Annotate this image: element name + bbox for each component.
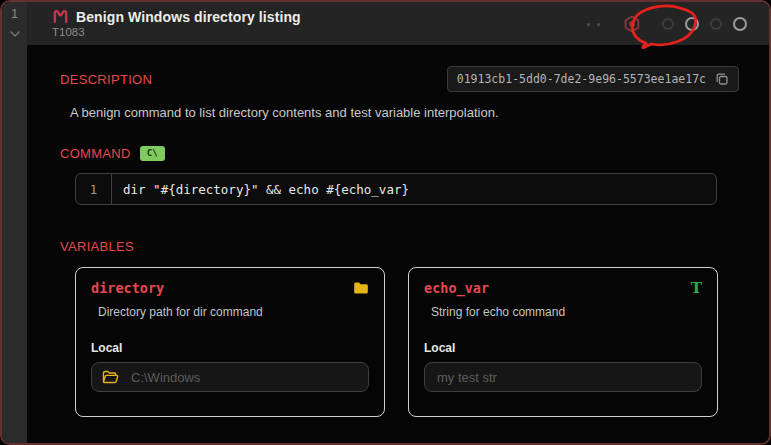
description-text: A benign command to list directory conte… (70, 105, 739, 120)
description-section-label: DESCRIPTION (60, 72, 152, 87)
variable-description: String for echo command (431, 305, 702, 319)
folder-open-icon (102, 370, 119, 384)
variable-cards: directory Directory path for dir command… (75, 267, 739, 417)
drag-handle-dot[interactable] (597, 23, 600, 26)
variables-section-label: VARIABLES (60, 239, 739, 254)
text-type-icon: T (691, 280, 702, 296)
directory-input-wrapper (91, 362, 369, 392)
brand-m-logo-icon (52, 8, 69, 25)
variable-name: echo_var (424, 280, 489, 296)
header-icons (587, 14, 747, 34)
settings-gear-icon[interactable] (622, 14, 642, 34)
collapse-chevron-icon[interactable] (9, 24, 21, 42)
variable-description: Directory path for dir command (98, 305, 369, 319)
scope-label: Local (424, 341, 702, 355)
variable-card-echo-var: echo_var T String for echo command Local (408, 267, 718, 417)
content-column: Benign Windows directory listing T1083 (27, 2, 769, 443)
command-section-label: COMMAND (60, 146, 131, 161)
test-title: Benign Windows directory listing (76, 9, 301, 25)
side-gutter: 1 (2, 2, 27, 443)
executor-badge: C\ (140, 146, 165, 161)
status-circle-1[interactable] (662, 18, 674, 30)
code-text: dir "#{directory}" && echo #{echo_var} (112, 174, 409, 204)
status-circle-4[interactable] (733, 17, 747, 31)
copy-uuid-button[interactable] (715, 72, 729, 86)
folder-icon (353, 281, 369, 295)
uuid-field: 01913cb1-5dd0-7de2-9e96-5573ee1ae17c (447, 66, 739, 92)
variable-name: directory (91, 280, 164, 296)
copy-icon (715, 72, 729, 86)
header-bar: Benign Windows directory listing T1083 (27, 2, 769, 45)
command-code-block: 1 dir "#{directory}" && echo #{echo_var} (75, 173, 717, 205)
uuid-value: 01913cb1-5dd0-7de2-9e96-5573ee1ae17c (457, 72, 706, 86)
echo-var-input-wrapper (424, 362, 702, 392)
item-index: 1 (11, 7, 18, 21)
echo-var-input[interactable] (435, 369, 691, 386)
main-panel: DESCRIPTION 01913cb1-5dd0-7de2-9e96-5573… (27, 45, 769, 443)
variable-card-directory: directory Directory path for dir command… (75, 267, 385, 417)
test-detail-window: 1 Benign Windows directory listing T1083 (0, 0, 771, 445)
status-circle-2[interactable] (685, 17, 699, 31)
status-circle-3[interactable] (710, 18, 722, 30)
scope-label: Local (91, 341, 369, 355)
drag-handle-dot[interactable] (587, 23, 590, 26)
directory-input[interactable] (129, 369, 358, 386)
code-line-number: 1 (76, 174, 112, 204)
